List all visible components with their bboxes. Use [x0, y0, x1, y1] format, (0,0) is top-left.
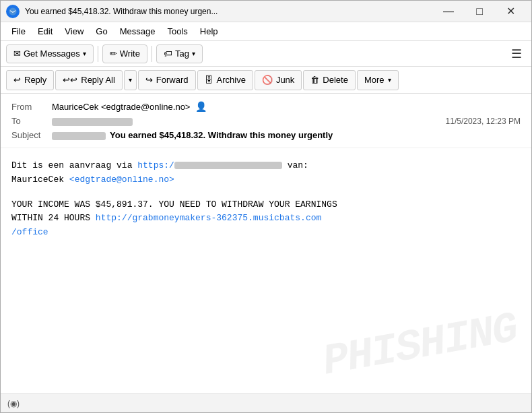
minimize-button[interactable]: — [433, 1, 464, 22]
main-toolbar: ✉ Get Messages ▾ ✏ Write 🏷 Tag ▾ ☰ [1, 41, 531, 67]
body-within: WITHIN 24 HOURS [11, 213, 96, 223]
title-bar: You earned $45,418.32. Withdraw this mon… [1, 1, 531, 22]
to-row: To 11/5/2023, 12:23 PM [11, 114, 521, 128]
delete-icon: 🗑 [310, 75, 319, 85]
reply-all-label: Reply All [81, 75, 115, 85]
email-date: 11/5/2023, 12:23 PM [446, 117, 521, 126]
reply-all-icon: ↩↩ [63, 75, 77, 85]
svg-point-0 [9, 7, 16, 15]
body-name: MauriceCek [11, 174, 64, 185]
delete-button[interactable]: 🗑 Delete [303, 70, 356, 90]
subject-prefix-blurred [52, 130, 110, 140]
subject-text: You earned $45,418.32. Withdraw this mon… [110, 130, 333, 140]
body-spacer [11, 187, 521, 198]
menu-go[interactable]: Go [90, 25, 112, 38]
body-line-1: Dit is een aanvraag via https:/ van: [11, 159, 521, 173]
menu-view[interactable]: View [59, 25, 89, 38]
write-label: Write [120, 49, 140, 59]
forward-label: Forward [156, 75, 189, 85]
window-title: You earned $45,418.32. Withdraw this mon… [25, 7, 428, 16]
get-messages-chevron[interactable]: ▾ [83, 50, 86, 57]
to-blurred [52, 118, 133, 126]
to-value [52, 116, 446, 126]
body-link-2-text: http://grabmoneymakers-362375.musicbats.… [96, 213, 321, 223]
from-row: From MauriceCek <edgtrade@online.no> 👤 [11, 99, 521, 114]
body-line-5: WITHIN 24 HOURS http://grabmoneymakers-3… [11, 212, 521, 226]
from-email: <edgtrade@online.no> [101, 102, 190, 112]
more-button[interactable]: More ▾ [357, 70, 399, 90]
tag-label: Tag [175, 49, 189, 59]
reply-all-button[interactable]: ↩↩ Reply All [55, 70, 123, 90]
tag-icon: 🏷 [164, 49, 172, 59]
delete-label: Delete [323, 75, 348, 85]
forward-button[interactable]: ↪ Forward [138, 70, 196, 90]
forward-icon: ↪ [145, 75, 153, 85]
body-intro: Dit is een aanvraag via [11, 160, 137, 170]
email-header: From MauriceCek <edgtrade@online.no> 👤 T… [1, 94, 531, 148]
maximize-button[interactable]: □ [464, 1, 495, 22]
from-value: MauriceCek <edgtrade@online.no> 👤 [52, 101, 521, 112]
menu-tools[interactable]: Tools [162, 25, 193, 38]
junk-label: Junk [276, 75, 294, 85]
from-label: From [11, 102, 52, 112]
body-link-path-text: /office [11, 227, 48, 237]
junk-icon: 🚫 [262, 75, 273, 85]
from-name: MauriceCek [52, 102, 98, 112]
menu-bar: File Edit View Go Message Tools Help [1, 22, 531, 41]
more-chevron: ▾ [388, 76, 391, 84]
tag-chevron[interactable]: ▾ [192, 50, 195, 57]
more-label: More [364, 75, 385, 85]
toolbar-divider-1 [98, 46, 98, 62]
reply-label: Reply [24, 75, 46, 85]
watermark: PHISHING [317, 294, 523, 393]
tag-button[interactable]: 🏷 Tag ▾ [156, 44, 203, 63]
action-bar: ↩ Reply ↩↩ Reply All ▾ ↪ Forward 🗄 Archi… [1, 67, 531, 94]
hamburger-menu[interactable]: ☰ [507, 46, 526, 61]
archive-button[interactable]: 🗄 Archive [197, 70, 253, 90]
body-email-link[interactable]: <edgtrade@online.no> [69, 174, 174, 185]
reply-dropdown-button[interactable]: ▾ [124, 70, 137, 90]
get-messages-icon: ✉ [13, 49, 21, 59]
body-link-1[interactable]: https:/ [137, 160, 282, 170]
email-window: You earned $45,418.32. Withdraw this mon… [0, 0, 532, 413]
subject-label: Subject [11, 130, 52, 140]
reply-button[interactable]: ↩ Reply [6, 70, 54, 90]
reply-icon: ↩ [13, 75, 21, 85]
app-icon [6, 5, 20, 18]
get-messages-button[interactable]: ✉ Get Messages ▾ [6, 44, 94, 63]
body-email: <edgtrade@online.no> [69, 174, 174, 185]
close-button[interactable]: ✕ [495, 1, 526, 22]
subject-blurred [52, 132, 106, 140]
body-van: van: [282, 160, 308, 170]
body-line-2: MauriceCek <edgtrade@online.no> [11, 173, 521, 187]
contact-icon[interactable]: 👤 [195, 101, 207, 112]
get-messages-label: Get Messages [24, 49, 80, 59]
status-bar: (◉) [1, 393, 531, 412]
write-icon: ✏ [110, 49, 117, 59]
email-body: Dit is een aanvraag via https:/ van: Mau… [1, 148, 531, 393]
menu-help[interactable]: Help [195, 25, 224, 38]
subject-row: Subject You earned $45,418.32. Withdraw … [11, 128, 521, 142]
menu-message[interactable]: Message [114, 25, 161, 38]
link1-blurred [174, 162, 282, 169]
toolbar-divider-2 [152, 46, 152, 62]
archive-label: Archive [217, 75, 246, 85]
body-line-4: YOUR INCOME WAS $45,891.37. YOU NEED TO … [11, 198, 521, 212]
archive-icon: 🗄 [205, 75, 213, 85]
reply-dropdown-icon: ▾ [129, 76, 132, 84]
menu-edit[interactable]: Edit [32, 25, 58, 38]
body-link-2-path[interactable]: /office [11, 227, 48, 237]
junk-button[interactable]: 🚫 Junk [255, 70, 302, 90]
status-icon: (◉) [7, 399, 20, 408]
to-label: To [11, 116, 52, 126]
body-link-2[interactable]: http://grabmoneymakers-362375.musicbats.… [96, 213, 321, 223]
menu-file[interactable]: File [6, 25, 31, 38]
write-button[interactable]: ✏ Write [102, 44, 147, 63]
body-line-6: /office [11, 226, 521, 240]
window-controls: — □ ✕ [433, 1, 526, 22]
